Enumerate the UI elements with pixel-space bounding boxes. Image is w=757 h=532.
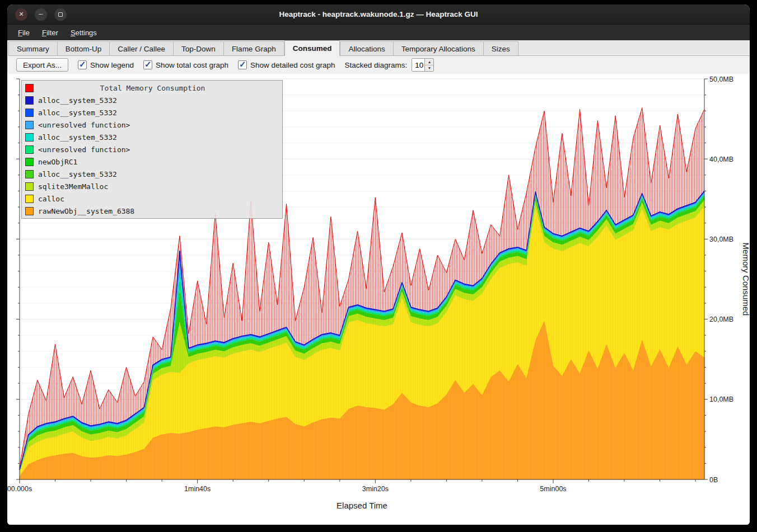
tab-bottom-up[interactable]: Bottom-Up [58,41,110,56]
legend-swatch [25,133,34,142]
chart-legend: Total Memory Consumption alloc__system_5… [21,80,283,219]
menu-item-settings[interactable]: Settings [66,26,102,39]
tab-sizes[interactable]: Sizes [484,41,518,56]
spin-down-button[interactable]: ▼ [425,65,433,72]
legend-item: newObjRC1 [24,156,280,168]
legend-swatch [25,182,34,191]
menu-item-filter[interactable]: Filter [37,26,63,39]
legend-item-label: alloc__system_5332 [38,133,117,142]
minimize-icon: ─ [39,11,43,17]
tab-summary[interactable]: Summary [8,41,58,56]
legend-item-label: sqlite3MemMalloc [38,182,108,191]
checkbox-show-detailed-cost-graph[interactable]: Show detailed cost graph [238,60,335,69]
legend-item-label: alloc__system_5332 [38,109,117,117]
legend-item: alloc__system_5332 [24,131,280,143]
legend-item-label: rawNewObj__system_6388 [38,207,134,215]
maximize-icon [58,12,63,17]
svg-text:50,0MB: 50,0MB [709,76,733,83]
window-title: Heaptrack - heaptrack.wakunode.1.gz — He… [7,10,750,18]
svg-text:0B: 0B [709,476,718,484]
legend-title: Total Memory Consumption [38,84,267,92]
maximize-button[interactable] [54,8,67,21]
svg-text:10,0MB: 10,0MB [709,396,733,403]
close-button[interactable]: ✕ [15,8,27,21]
checkbox-show-legend[interactable]: Show legend [78,60,134,69]
export-as-button[interactable]: Export As... [16,58,68,72]
svg-text:5min00s: 5min00s [540,485,566,493]
menu-item-file[interactable]: File [13,26,35,39]
window-controls: ✕ ─ [15,8,67,21]
checkbox-box-show-total-cost-graph[interactable] [143,60,152,69]
legend-item: sqlite3MemMalloc [24,180,280,192]
screen: ✕ ─ Heaptrack - heaptrack.wakunode.1.gz … [0,0,757,532]
svg-text:1min40s: 1min40s [184,485,211,493]
legend-swatch [25,109,34,117]
legend-item-label: newObjRC1 [38,158,77,166]
legend-item-label: <unresolved function> [38,145,130,154]
legend-swatch [25,96,34,105]
close-icon: ✕ [18,11,24,17]
menubar: File Filter Settings [7,25,750,40]
minimize-button[interactable]: ─ [35,8,47,21]
checkbox-label-show-total-cost-graph: Show total cost graph [156,61,228,69]
checkbox-box-show-detailed-cost-graph[interactable] [238,60,247,69]
legend-swatch [25,207,34,215]
app-window: ✕ ─ Heaptrack - heaptrack.wakunode.1.gz … [7,4,750,525]
svg-text:Elapsed Time: Elapsed Time [337,501,387,510]
stacked-diagrams-input[interactable] [412,59,424,71]
chart-area[interactable]: 0B10,0MB20,0MB30,0MB40,0MB50,0MB00.000s1… [7,74,750,525]
stacked-diagrams-spinbox[interactable]: ▲ ▼ [412,58,434,72]
toolbar: Export As... Show legend Show total cost… [7,56,750,74]
titlebar[interactable]: ✕ ─ Heaptrack - heaptrack.wakunode.1.gz … [7,4,750,25]
legend-item: alloc__system_5332 [24,94,280,106]
legend-item: <unresolved function> [24,143,280,156]
tab-top-down[interactable]: Top-Down [174,41,224,56]
tabbar: Summary Bottom-Up Caller / Callee Top-Do… [7,40,750,56]
svg-text:Memory Consumed: Memory Consumed [741,243,750,316]
legend-swatch [25,170,34,178]
stacked-diagrams-label: Stacked diagrams: [345,61,408,69]
svg-text:3min20s: 3min20s [362,485,389,493]
legend-item: alloc__system_5332 [24,106,280,119]
svg-text:40,0MB: 40,0MB [709,156,733,163]
legend-item-label: alloc__system_5332 [38,96,117,105]
legend-swatch [25,195,34,203]
tab-caller-callee[interactable]: Caller / Callee [110,41,174,56]
legend-item-label: alloc__system_5332 [38,170,117,178]
svg-text:20,0MB: 20,0MB [709,316,733,323]
legend-swatch [25,121,34,129]
spin-up-button[interactable]: ▲ [425,59,433,65]
svg-text:30,0MB: 30,0MB [709,236,733,243]
legend-item: rawNewObj__system_6388 [24,205,280,217]
tabbar-filler [518,41,750,56]
tab-flame-graph[interactable]: Flame Graph [224,41,284,56]
legend-title-swatch [25,84,34,92]
tab-allocations[interactable]: Allocations [340,41,393,56]
svg-text:00.000s: 00.000s [7,485,32,493]
spin-buttons: ▲ ▼ [424,59,433,71]
checkbox-show-total-cost-graph[interactable]: Show total cost graph [143,60,228,69]
legend-item-label: calloc [38,195,64,203]
tab-temporary-allocations[interactable]: Temporary Allocations [394,41,484,56]
checkbox-label-show-legend: Show legend [90,61,134,69]
legend-title-row: Total Memory Consumption [24,82,280,94]
legend-item: <unresolved function> [24,119,280,131]
legend-item: alloc__system_5332 [24,168,280,180]
legend-item: calloc [24,192,280,205]
legend-swatch [25,158,34,166]
legend-item-label: <unresolved function> [38,121,130,129]
checkbox-label-show-detailed-cost-graph: Show detailed cost graph [250,61,335,69]
checkbox-box-show-legend[interactable] [78,60,87,69]
legend-swatch [25,145,34,154]
tab-consumed[interactable]: Consumed [284,40,340,56]
